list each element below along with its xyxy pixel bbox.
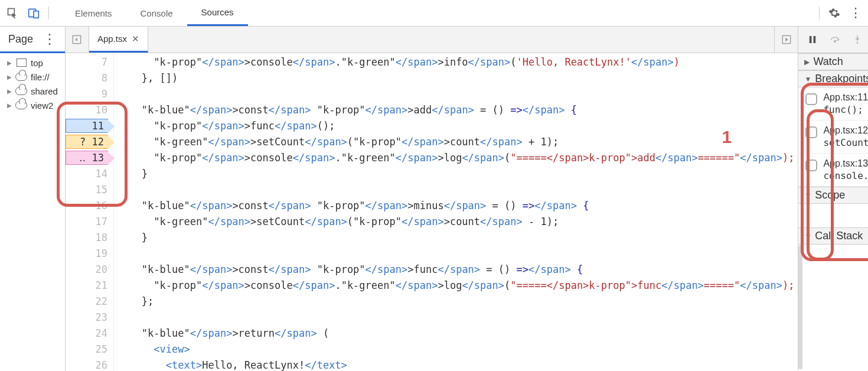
navigator-more-icon[interactable]: ⋮ [43, 31, 57, 47]
gutter-line[interactable]: 17 [67, 214, 107, 230]
code-line[interactable]: "k-prop"</span>>console</span>."k-green"… [118, 150, 795, 166]
code-line[interactable]: "k-green"</span>>setCount</span>("k-prop… [118, 214, 795, 230]
callstack-section-header[interactable]: ▼ Call Stack [798, 227, 868, 245]
device-toggle-icon[interactable] [27, 6, 40, 19]
gutter-line[interactable]: 7 [67, 54, 107, 70]
svg-point-8 [857, 42, 859, 44]
tab-sources[interactable]: Sources [187, 0, 248, 26]
gutter-line[interactable]: 22 [67, 294, 107, 310]
tree-item-top[interactable]: ▶top [0, 56, 65, 70]
breakpoint-checkbox[interactable] [805, 93, 817, 105]
editor-gutter[interactable]: 78910111112? 1213‥ 131415161718192021222… [66, 53, 114, 371]
code-line[interactable]: "k-prop"</span>>console</span>."k-green"… [118, 54, 795, 70]
code-line[interactable]: } [118, 230, 795, 246]
file-tab-label: App.tsx [97, 34, 127, 44]
chevron-down-icon: ▼ [804, 191, 811, 200]
scope-section-header[interactable]: ▼ Scope [798, 187, 868, 204]
devtools-top-toolbar: Elements Console Sources ⋮ [0, 0, 868, 27]
breakpoints-section-header[interactable]: ▼ Breakpoints [798, 70, 868, 87]
editor-run-icon[interactable] [774, 27, 798, 53]
breakpoint-code: console.log("=====add======… [823, 170, 868, 181]
navigator-header[interactable]: Page ⋮ [0, 27, 65, 53]
gutter-line[interactable]: 18 [67, 230, 107, 246]
code-line[interactable] [118, 246, 795, 262]
debugger-toolbar [798, 27, 868, 53]
breakpoint-location: App.tsx:13 [823, 158, 868, 169]
step-into-icon[interactable] [850, 32, 864, 47]
more-icon[interactable]: ⋮ [849, 6, 862, 19]
code-line[interactable] [118, 86, 795, 102]
code-line[interactable]: "k-blue"</span>>const</span> "k-prop"</s… [118, 102, 795, 118]
inspect-icon[interactable] [6, 6, 19, 19]
gutter-line[interactable]: 16 [67, 198, 107, 214]
gutter-line[interactable]: 8 [67, 70, 107, 86]
code-line[interactable]: "k-prop"</span>>console</span>."k-green"… [118, 278, 795, 294]
chevron-down-icon: ▼ [804, 232, 811, 240]
tree-item-label: file:// [31, 72, 50, 82]
breakpoint-marker[interactable]: 11 [66, 119, 108, 133]
code-line[interactable]: }, []) [118, 70, 795, 86]
breakpoint-row[interactable]: App.tsx:11func(); [798, 87, 868, 121]
chevron-right-icon: ▶ [7, 102, 12, 109]
navigator-sidebar: Page ⋮ ▶top▶file://▶shared▶view2 [0, 27, 66, 371]
breakpoint-code: func(); [823, 104, 868, 115]
cloud-icon [15, 100, 27, 110]
svg-rect-2 [34, 11, 38, 18]
watch-section-header[interactable]: ▶ Watch [798, 53, 868, 70]
svg-point-7 [834, 41, 836, 43]
breakpoint-row[interactable]: App.tsx:13console.log("=====add======… [798, 154, 868, 187]
gutter-line[interactable]: 25 [67, 341, 107, 357]
gutter-line[interactable]: 23 [67, 310, 107, 326]
cloud-icon [15, 86, 27, 96]
code-line[interactable]: "k-green"</span>>setCount</span>("k-prop… [118, 134, 795, 150]
editor-nav-prev-icon[interactable] [66, 27, 89, 53]
chevron-down-icon: ▼ [804, 75, 811, 83]
gutter-line[interactable]: 15 [67, 182, 107, 198]
breakpoint-marker[interactable]: ‥ 13 [66, 151, 108, 165]
settings-icon[interactable] [828, 6, 841, 19]
breakpoint-location: App.tsx:11 [823, 92, 868, 103]
file-tab-app-tsx[interactable]: App.tsx ✕ [89, 27, 148, 53]
chevron-right-icon: ▶ [7, 60, 12, 66]
file-tree: ▶top▶file://▶shared▶view2 [0, 53, 65, 115]
breakpoint-checkbox[interactable] [805, 160, 817, 171]
frame-icon [15, 57, 27, 68]
tree-item-label: view2 [31, 100, 53, 110]
code-line[interactable] [118, 182, 795, 198]
breakpoint-row[interactable]: App.tsx:12setCount(count + 1); [798, 121, 868, 154]
scope-label: Scope [815, 189, 845, 201]
gutter-line[interactable]: 10 [67, 102, 107, 118]
code-line[interactable]: <view> [118, 341, 795, 357]
editor-panel: App.tsx ✕ 78910111112? 1213‥ 13141516171… [66, 27, 799, 371]
tree-item-file[interactable]: ▶file:// [0, 70, 65, 84]
code-line[interactable] [118, 310, 795, 326]
pause-icon[interactable] [805, 32, 820, 47]
code-line[interactable]: <text>Hello, ReactLynx!</text> [118, 357, 795, 371]
code-line[interactable]: "k-prop"</span>>func</span>(); [118, 118, 795, 134]
gutter-line[interactable]: 26 [67, 357, 107, 371]
editor-code[interactable]: "k-prop"</span>>console</span>."k-green"… [114, 53, 798, 371]
gutter-line[interactable]: 24 [67, 326, 107, 341]
tree-item-view2[interactable]: ▶view2 [0, 98, 65, 112]
gutter-line[interactable]: 20 [67, 262, 107, 278]
code-line[interactable]: }; [118, 294, 795, 310]
code-line[interactable]: "k-blue"</span>>const</span> "k-prop"</s… [118, 262, 795, 278]
debugger-sidebar: ▶ Watch ▼ Breakpoints App.tsx:11func();A… [798, 27, 868, 371]
code-line[interactable]: "k-blue"</span>>return</span> ( [118, 326, 795, 341]
code-line[interactable]: } [118, 166, 795, 182]
gutter-line[interactable]: 14 [67, 166, 107, 182]
tab-console[interactable]: Console [126, 0, 187, 26]
gutter-line[interactable]: 21 [67, 278, 107, 294]
gutter-line[interactable]: 19 [67, 246, 107, 262]
breakpoint-marker[interactable]: ? 12 [66, 135, 108, 149]
gutter-line[interactable]: 9 [67, 86, 107, 102]
breakpoint-location: App.tsx:12 [823, 125, 868, 136]
breakpoint-checkbox[interactable] [805, 126, 817, 138]
tab-elements[interactable]: Elements [61, 0, 126, 26]
step-over-icon[interactable] [828, 32, 842, 47]
code-line[interactable]: "k-blue"</span>>const</span> "k-prop"</s… [118, 198, 795, 214]
chevron-right-icon: ▶ [7, 74, 12, 80]
tree-item-shared[interactable]: ▶shared [0, 84, 65, 98]
navigator-title: Page [8, 33, 33, 45]
close-icon[interactable]: ✕ [132, 34, 139, 44]
